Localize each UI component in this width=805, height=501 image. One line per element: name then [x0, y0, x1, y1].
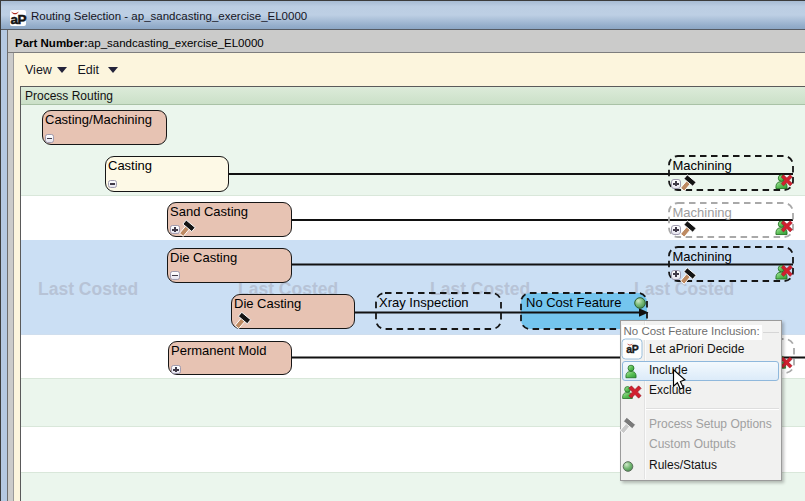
svg-text:aP: aP [11, 12, 27, 27]
svg-text:aP: aP [626, 343, 639, 355]
